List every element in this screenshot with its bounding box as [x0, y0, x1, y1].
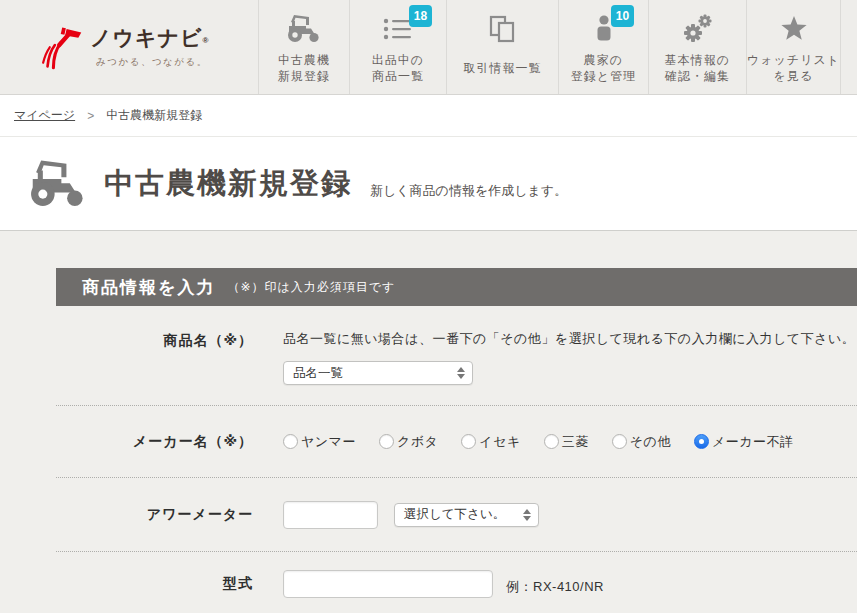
- maker-radio-yanmar[interactable]: ヤンマー: [283, 433, 356, 451]
- form-row-hour-meter: アワーメーター 選択して下さい。: [56, 478, 857, 552]
- page-title: 中古農機新規登録: [104, 164, 352, 204]
- nav-item-new-listing[interactable]: 中古農機 新規登録: [258, 0, 349, 94]
- documents-icon: [488, 11, 518, 47]
- logo-tagline: みつかる、つながる。: [90, 56, 209, 69]
- form-row-product-name: 商品名（※） 品名一覧に無い場合は、一番下の「その他」を選択して現れる下の入力欄…: [56, 306, 857, 406]
- maker-radio-group: ヤンマー クボタ イセキ 三菱: [283, 433, 793, 451]
- maker-radio-unknown[interactable]: メーカー不詳: [694, 433, 794, 451]
- form-row-model: 型式 例：RX-410/NR: [56, 552, 857, 613]
- nav-label: 商品一覧: [372, 68, 424, 84]
- logo-fork-icon: [38, 19, 82, 77]
- nav-label: 基本情報の: [665, 52, 730, 68]
- nav-label: 確認・編集: [665, 68, 730, 84]
- nav-menu: 中古農機 新規登録 18 出品中の 商品一覧: [258, 0, 841, 94]
- nav-item-my-listings[interactable]: 18 出品中の 商品一覧: [349, 0, 446, 94]
- logo-name: ノウキナビ®: [90, 26, 209, 53]
- product-name-select[interactable]: 品名一覧: [283, 361, 473, 385]
- tractor-icon-large: [26, 158, 90, 210]
- nav-item-watchlist[interactable]: ウォッチリスト を見る: [746, 0, 841, 94]
- form-row-maker: メーカー名（※） ヤンマー クボタ イセキ: [56, 406, 857, 478]
- required-note: （※）印は入力必須項目です: [227, 279, 395, 296]
- breadcrumb-separator: >: [87, 109, 94, 123]
- model-example-text: 例：RX-410/NR: [506, 572, 604, 596]
- registered-mark: ®: [202, 36, 209, 45]
- radio-icon: [544, 434, 559, 449]
- maker-radio-iseki[interactable]: イセキ: [461, 433, 520, 451]
- product-name-label: 商品名（※）: [56, 330, 253, 350]
- hour-meter-label: アワーメーター: [56, 506, 253, 524]
- model-input[interactable]: [283, 570, 493, 598]
- radio-icon: [379, 434, 394, 449]
- breadcrumb-mypage-link[interactable]: マイページ: [14, 107, 75, 124]
- model-label: 型式: [56, 570, 253, 593]
- nav-label: 出品中の: [372, 52, 424, 68]
- nav-label: 中古農機: [278, 52, 330, 68]
- radio-icon: [283, 434, 298, 449]
- product-name-select-value: 品名一覧: [293, 365, 343, 382]
- breadcrumb-current: 中古農機新規登録: [106, 107, 202, 124]
- product-name-help-text: 品名一覧に無い場合は、一番下の「その他」を選択して現れる下の入力欄に入力して下さ…: [283, 330, 855, 348]
- nav-item-farmers[interactable]: 10 農家の 登録と管理: [558, 0, 648, 94]
- product-form: 商品名（※） 品名一覧に無い場合は、一番下の「その他」を選択して現れる下の入力欄…: [56, 306, 857, 613]
- page-subtitle: 新しく商品の情報を作成します。: [370, 182, 567, 200]
- maker-label: メーカー名（※）: [56, 433, 253, 451]
- nav-item-transactions[interactable]: 取引情報一覧: [446, 0, 558, 94]
- radio-icon: [461, 434, 476, 449]
- page-title-band: 中古農機新規登録 新しく商品の情報を作成します。: [0, 137, 857, 231]
- hour-meter-select-value: 選択して下さい。: [404, 506, 505, 523]
- nav-label: 農家の: [584, 52, 623, 68]
- select-stepper-icon: [523, 509, 531, 521]
- tractor-icon: [285, 11, 323, 47]
- nav-label: ウォッチリスト: [747, 52, 840, 68]
- nav-label: 新規登録: [278, 68, 330, 84]
- section-title: 商品情報を入力: [82, 276, 215, 299]
- star-icon: [779, 11, 809, 47]
- logo[interactable]: ノウキナビ® みつかる、つながる。: [0, 0, 258, 94]
- section-header-bar: 商品情報を入力 （※）印は入力必須項目です: [56, 268, 857, 306]
- top-nav: ノウキナビ® みつかる、つながる。 中古農機 新規登録 18: [0, 0, 857, 95]
- maker-radio-kubota[interactable]: クボタ: [379, 433, 438, 451]
- maker-radio-mitsubishi[interactable]: 三菱: [544, 433, 589, 451]
- nav-label: を見る: [774, 68, 814, 84]
- nav-item-profile-settings[interactable]: 基本情報の 確認・編集: [648, 0, 746, 94]
- nav-label: 取引情報一覧: [464, 60, 542, 76]
- farmers-count-badge: 10: [611, 5, 634, 27]
- form-content-area: 商品情報を入力 （※）印は入力必須項目です 商品名（※） 品名一覧に無い場合は、…: [0, 231, 857, 613]
- radio-icon: [612, 434, 627, 449]
- breadcrumb: マイページ > 中古農機新規登録: [0, 95, 857, 137]
- gears-icon: [681, 11, 715, 47]
- select-stepper-icon: [457, 367, 465, 379]
- radio-selected-icon: [694, 434, 709, 449]
- nav-label: 登録と管理: [571, 68, 636, 84]
- hour-meter-unit-select[interactable]: 選択して下さい。: [394, 503, 539, 527]
- maker-radio-other[interactable]: その他: [612, 433, 671, 451]
- listings-count-badge: 18: [409, 5, 432, 27]
- hour-meter-input[interactable]: [283, 501, 378, 529]
